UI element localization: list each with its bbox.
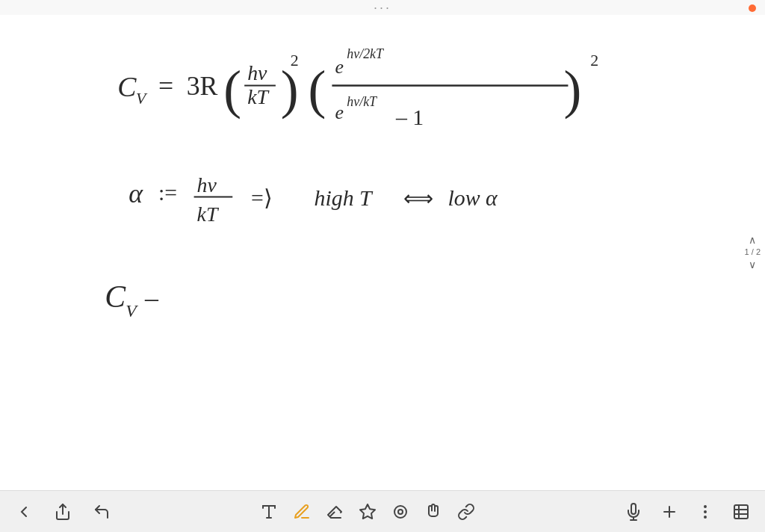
toolbar-left — [12, 500, 114, 524]
pages-button[interactable] — [729, 500, 753, 524]
svg-text:⟺: ⟺ — [403, 187, 433, 210]
svg-point-43 — [704, 516, 706, 518]
svg-rect-44 — [734, 505, 748, 519]
svg-marker-34 — [360, 504, 375, 519]
svg-text::=: := — [158, 180, 177, 205]
svg-text:e: e — [335, 56, 343, 78]
page-down-arrow[interactable]: ∨ — [749, 259, 756, 271]
undo-button[interactable] — [90, 500, 114, 524]
svg-point-36 — [398, 510, 403, 514]
top-bar: ··· — [0, 0, 765, 15]
page-number: 1 / 2 — [745, 247, 761, 257]
svg-text:–: – — [144, 283, 159, 313]
svg-text:high T: high T — [315, 185, 374, 210]
svg-text:C: C — [117, 71, 137, 102]
text-tool-button[interactable] — [257, 500, 281, 524]
add-button[interactable] — [657, 500, 681, 524]
svg-text:hν: hν — [247, 61, 267, 84]
page-indicator: ∧ 1 / 2 ∨ — [740, 228, 765, 276]
accent-dot — [749, 4, 756, 12]
svg-text:): ) — [563, 60, 581, 120]
svg-text:– 1: – 1 — [395, 105, 424, 129]
more-options-button[interactable] — [693, 500, 717, 524]
svg-text:kT: kT — [197, 202, 220, 226]
svg-text:hν/kT: hν/kT — [347, 94, 377, 109]
canvas-area[interactable]: C V = 3R ( hν kT 2 ) ( e hν/2kT e hν/kT … — [0, 15, 765, 490]
svg-point-42 — [704, 511, 706, 513]
page-up-arrow[interactable]: ∧ — [749, 234, 756, 246]
top-dots: ··· — [374, 0, 391, 16]
svg-text:kT: kT — [247, 85, 270, 108]
pen-tool-button[interactable] — [290, 500, 314, 524]
svg-text:V: V — [136, 90, 148, 108]
svg-text:low α: low α — [447, 185, 498, 210]
svg-text:C: C — [105, 279, 126, 314]
svg-text:=: = — [158, 71, 173, 101]
svg-point-41 — [704, 506, 706, 507]
toolbar-center — [257, 500, 478, 524]
mic-button[interactable] — [622, 500, 645, 524]
svg-text:V: V — [126, 301, 138, 321]
svg-text:): ) — [281, 60, 299, 120]
svg-text:hν/2kT: hν/2kT — [347, 46, 384, 61]
hand-tool-button[interactable] — [421, 500, 445, 524]
eraser-tool-button[interactable] — [323, 500, 347, 524]
svg-text:(: ( — [309, 60, 326, 120]
shapes-tool-button[interactable] — [356, 500, 380, 524]
svg-text:=⟩: =⟩ — [251, 185, 273, 210]
svg-text:e: e — [335, 102, 343, 123]
lasso-tool-button[interactable] — [388, 500, 412, 524]
svg-text:3R: 3R — [187, 71, 218, 101]
back-button[interactable] — [12, 500, 36, 524]
share-button[interactable] — [51, 500, 75, 524]
svg-text:2: 2 — [590, 52, 598, 69]
svg-text:hν: hν — [197, 173, 217, 197]
math-content: C V = 3R ( hν kT 2 ) ( e hν/2kT e hν/kT … — [0, 15, 765, 490]
svg-text:(: ( — [223, 60, 241, 120]
svg-point-35 — [394, 506, 406, 518]
svg-text:α: α — [128, 179, 143, 208]
toolbar-right — [622, 500, 753, 524]
link-tool-button[interactable] — [454, 500, 478, 524]
toolbar — [0, 490, 765, 532]
